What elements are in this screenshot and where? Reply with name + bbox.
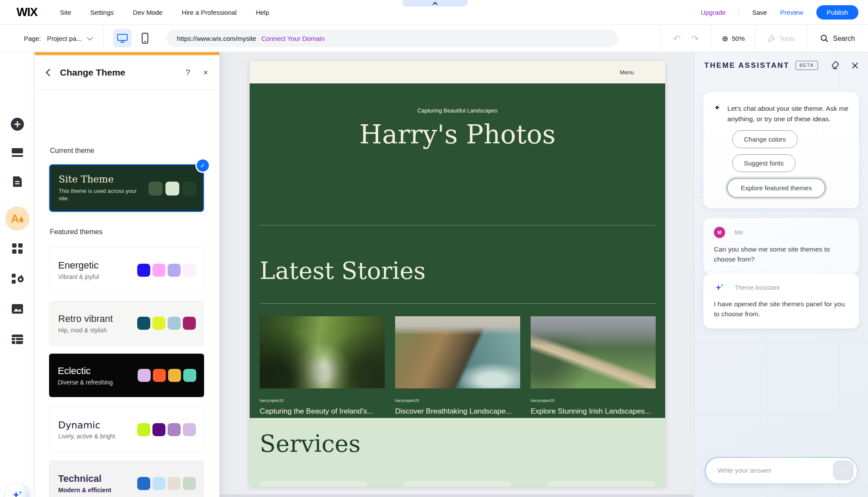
desktop-icon bbox=[117, 33, 128, 43]
current-theme-card[interactable]: Site Theme This theme is used across you… bbox=[49, 164, 204, 212]
search-icon bbox=[820, 34, 828, 43]
service-card-placeholder bbox=[548, 481, 655, 487]
color-swatch bbox=[183, 477, 196, 490]
close-icon[interactable]: × bbox=[203, 68, 208, 77]
wrench-icon bbox=[768, 35, 776, 43]
page-value[interactable]: Project pa... bbox=[47, 35, 82, 42]
post-title[interactable]: Explore Stunning Irish Landscapes... bbox=[531, 407, 656, 416]
connect-your-domain-link[interactable]: Connect Your Domain bbox=[261, 35, 325, 42]
message-sender: Theme Assistant bbox=[735, 284, 780, 291]
preview-button[interactable]: Preview bbox=[780, 9, 803, 16]
post-title[interactable]: Discover Breathtaking Landscape... bbox=[395, 407, 520, 416]
assistant-title: THEME ASSISTANT bbox=[704, 61, 789, 70]
theme-tagline: Modern & efficient bbox=[58, 487, 111, 494]
zoom-plus-icon[interactable]: ⊕ bbox=[722, 34, 728, 43]
chat-input-container: → bbox=[705, 457, 858, 484]
menu-help[interactable]: Help bbox=[256, 9, 269, 16]
add-elements-button[interactable] bbox=[0, 116, 35, 132]
ai-assistant-button[interactable] bbox=[0, 483, 35, 497]
desktop-view-button[interactable] bbox=[113, 29, 132, 47]
color-swatch bbox=[152, 423, 165, 436]
divider bbox=[103, 25, 104, 52]
post-title[interactable]: Capturing the Beauty of Ireland's... bbox=[260, 407, 385, 416]
divider bbox=[259, 225, 656, 225]
theme-card-dynamic[interactable]: Dynamic Lively, active & bright bbox=[49, 407, 204, 452]
editor-canvas: Menu Capturing Beautiful Landscapes Harr… bbox=[219, 52, 693, 497]
site-hero-section: Capturing Beautiful Landscapes Harry's P… bbox=[250, 83, 665, 418]
chevron-up-icon bbox=[432, 2, 437, 7]
page-selector[interactable]: Page: Project pa... bbox=[24, 35, 92, 42]
plugins-gear-icon bbox=[11, 273, 24, 285]
color-swatch bbox=[152, 317, 165, 330]
message-sender: Me bbox=[735, 229, 743, 236]
wix-logo[interactable]: WIX bbox=[17, 6, 37, 19]
menu-hire-a-professional[interactable]: Hire a Professional bbox=[182, 9, 237, 16]
color-swatch bbox=[168, 423, 181, 436]
publish-button[interactable]: Publish bbox=[816, 5, 858, 20]
suggestion-explore-featured-themes[interactable]: Explore featured themes bbox=[727, 178, 825, 198]
color-swatch bbox=[183, 423, 196, 436]
theme-tagline: Hip, mod & stylish bbox=[58, 327, 113, 334]
wix-editor: WIX Site Settings Dev Mode Hire a Profes… bbox=[0, 0, 868, 497]
menu-site[interactable]: Site bbox=[60, 9, 71, 16]
back-icon[interactable] bbox=[46, 69, 53, 76]
theme-card-energetic[interactable]: Energetic Vibrant & joyful bbox=[49, 247, 204, 293]
editor-toolbar: Page: Project pa... https://www.wix.c bbox=[0, 25, 868, 52]
chat-input[interactable] bbox=[718, 467, 833, 474]
close-icon[interactable] bbox=[851, 62, 858, 69]
add-section-button[interactable] bbox=[0, 147, 35, 158]
chevron-down-icon[interactable] bbox=[87, 34, 93, 40]
menu-settings[interactable]: Settings bbox=[90, 9, 114, 16]
assistant-intro-text: Let's chat about your site theme. Ask me… bbox=[727, 103, 848, 124]
theme-tagline: Diverse & refreshing bbox=[58, 379, 113, 386]
featured-themes-label: Featured themes bbox=[50, 228, 102, 236]
media-button[interactable] bbox=[0, 303, 35, 315]
theme-name: Dynamic bbox=[58, 420, 115, 431]
site-preview[interactable]: Menu Capturing Beautiful Landscapes Harr… bbox=[250, 61, 665, 487]
theme-assistant-panel: THEME ASSISTANT BETA ✦ Let's chat about … bbox=[693, 52, 868, 497]
site-menu-link[interactable]: Menu bbox=[620, 69, 634, 76]
theme-tagline: Lively, active & bright bbox=[58, 433, 115, 440]
suggestion-change-colors[interactable]: Change colors bbox=[732, 130, 798, 148]
cms-table-icon bbox=[11, 334, 24, 345]
site-url-bar[interactable]: https://www.wix.com/mysite Connect Your … bbox=[166, 30, 618, 47]
save-button[interactable]: Save bbox=[752, 9, 767, 16]
zoom-control[interactable]: ⊕ 50% bbox=[711, 34, 755, 43]
theme-card-technical[interactable]: Technical Modern & efficient bbox=[49, 461, 204, 497]
theme-name: Energetic bbox=[58, 260, 99, 271]
search-button[interactable]: Search bbox=[807, 34, 868, 43]
color-swatch bbox=[165, 182, 179, 195]
current-theme-swatches bbox=[149, 182, 196, 195]
upgrade-link[interactable]: Upgrade bbox=[701, 9, 726, 16]
change-theme-panel: Change Theme ? × Current theme Site Them… bbox=[35, 52, 219, 497]
redo-icon[interactable]: ↷ bbox=[691, 33, 699, 44]
site-design-button-active[interactable]: A bbox=[0, 206, 35, 231]
assistant-header: THEME ASSISTANT BETA bbox=[704, 61, 858, 70]
pages-menu-button[interactable] bbox=[0, 176, 35, 188]
collapse-topbar-tab[interactable] bbox=[403, 0, 468, 7]
menu-dev-mode[interactable]: Dev Mode bbox=[133, 9, 162, 16]
color-swatch bbox=[183, 369, 196, 382]
send-button[interactable]: → bbox=[833, 461, 854, 480]
eraser-icon[interactable] bbox=[831, 61, 840, 70]
divider bbox=[260, 303, 656, 304]
theme-card-eclectic[interactable]: Eclectic Diverse & refreshing bbox=[49, 354, 204, 397]
chat-message-assistant: Theme Assistant I have opened the site t… bbox=[703, 274, 859, 328]
ai-sparkles-icon bbox=[5, 483, 30, 497]
theme-swatches bbox=[137, 264, 196, 277]
color-swatch bbox=[137, 264, 150, 277]
divider bbox=[739, 7, 739, 17]
cms-button[interactable] bbox=[0, 334, 35, 345]
app-market-button[interactable] bbox=[0, 242, 35, 255]
device-switch bbox=[113, 29, 154, 47]
mobile-view-button[interactable] bbox=[136, 29, 154, 47]
help-icon[interactable]: ? bbox=[185, 68, 190, 77]
panel-header: Change Theme ? × bbox=[35, 55, 219, 90]
undo-icon[interactable]: ↶ bbox=[673, 33, 681, 44]
panel-accent-bar bbox=[35, 52, 219, 55]
theme-card-retro-vibrant[interactable]: Retro vibrant Hip, mod & stylish bbox=[49, 301, 204, 346]
suggestion-suggest-fonts[interactable]: Suggest fonts bbox=[732, 154, 795, 172]
post-image-forest-stream bbox=[260, 316, 385, 388]
app-components-button[interactable] bbox=[0, 273, 35, 285]
tools-button[interactable]: Tools bbox=[756, 35, 807, 43]
